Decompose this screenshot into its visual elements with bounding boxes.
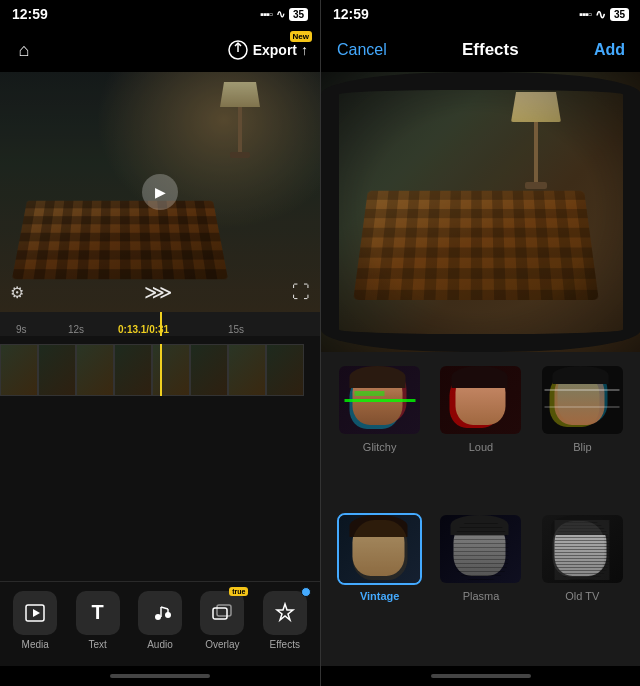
timeline-track[interactable] bbox=[0, 344, 320, 396]
effect-glitchy[interactable]: Glitchy bbox=[333, 364, 426, 505]
timeline-ruler: 9s 12s 0:13.1/0:31 15s bbox=[0, 312, 320, 336]
thumb-1 bbox=[0, 344, 38, 396]
right-status-right: ▪▪▪▫ ∿ 35 bbox=[579, 7, 629, 22]
export-label: Export bbox=[253, 42, 297, 58]
play-button[interactable]: ▶ bbox=[142, 174, 178, 210]
effect-plasma[interactable]: Plasma bbox=[434, 513, 527, 654]
battery-badge: 35 bbox=[289, 8, 308, 21]
effect-thumb-plasma[interactable] bbox=[438, 513, 523, 585]
right-home-bar bbox=[431, 674, 531, 678]
right-panel: 12:59 ▪▪▪▫ ∿ 35 Cancel Effects Add bbox=[321, 0, 640, 686]
ruler-mark-15s: 15s bbox=[228, 324, 244, 335]
tool-audio-icon-box[interactable] bbox=[138, 591, 182, 635]
blip-bar1 bbox=[545, 389, 620, 391]
left-top-toolbar: ⌂ New Export ↑ bbox=[0, 28, 320, 72]
effect-label-oldtv: Old TV bbox=[565, 590, 599, 602]
effect-vintage[interactable]: Vintage bbox=[333, 513, 426, 654]
timeline-cursor-track bbox=[160, 344, 162, 396]
overlay-new-badge: true bbox=[229, 587, 248, 596]
left-status-bar: 12:59 ▪▪▪▫ ∿ 35 bbox=[0, 0, 320, 28]
effect-blip[interactable]: Blip bbox=[536, 364, 629, 505]
thumb-6 bbox=[190, 344, 228, 396]
effects-icon bbox=[274, 602, 296, 624]
loud-bg bbox=[440, 366, 521, 434]
thumb-7 bbox=[228, 344, 266, 396]
tool-audio[interactable]: Audio bbox=[134, 591, 186, 650]
effect-label-plasma: Plasma bbox=[463, 590, 500, 602]
effect-loud[interactable]: Loud bbox=[434, 364, 527, 505]
settings-icon[interactable]: ⚙ bbox=[10, 283, 24, 302]
plasma-face bbox=[453, 520, 508, 580]
svg-marker-3 bbox=[33, 609, 40, 617]
effects-grid: Glitchy Loud bbox=[321, 352, 640, 666]
glitch-scanline bbox=[344, 399, 415, 402]
effect-thumb-blip[interactable] bbox=[540, 364, 625, 436]
fullscreen-icon[interactable]: ⛶ bbox=[292, 282, 310, 303]
thumb-5 bbox=[152, 344, 190, 396]
effects-title: Effects bbox=[462, 40, 519, 60]
home-bar bbox=[110, 674, 210, 678]
tool-text-label: Text bbox=[88, 639, 106, 650]
right-wifi-icon: ∿ bbox=[595, 7, 606, 22]
left-status-right: ▪▪▪▫ ∿ 35 bbox=[260, 8, 308, 21]
glitch-block bbox=[354, 391, 384, 396]
svg-rect-10 bbox=[217, 605, 231, 616]
svg-rect-9 bbox=[213, 608, 227, 619]
tool-overlay[interactable]: true Overlay bbox=[196, 591, 248, 650]
vintage-sepia bbox=[352, 520, 407, 580]
export-button[interactable]: New Export ↑ bbox=[227, 39, 308, 61]
tool-effects-label: Effects bbox=[270, 639, 300, 650]
oldtv-chroma bbox=[553, 521, 605, 577]
plasma-scanlines bbox=[453, 520, 508, 580]
home-button[interactable]: ⌂ bbox=[12, 38, 36, 62]
tool-text[interactable]: T Text bbox=[72, 591, 124, 650]
tool-media-label: Media bbox=[22, 639, 49, 650]
left-panel: 12:59 ▪▪▪▫ ∿ 35 ⌂ New Export ↑ bbox=[0, 0, 320, 686]
left-video-preview[interactable]: ▶ ⚙ ⋙ ⛶ bbox=[0, 72, 320, 312]
timeline-area[interactable]: 9s 12s 0:13.1/0:31 15s bbox=[0, 312, 320, 581]
forward-frames-icon[interactable]: ⋙ bbox=[144, 280, 172, 304]
vintage-face bbox=[352, 520, 407, 580]
effect-label-blip: Blip bbox=[573, 441, 591, 453]
tool-effects-icon-box[interactable] bbox=[263, 591, 307, 635]
audio-icon bbox=[149, 602, 171, 624]
effects-preview-inner bbox=[321, 72, 640, 352]
effect-thumb-loud[interactable] bbox=[438, 364, 523, 436]
overlay-icon bbox=[211, 602, 233, 624]
right-signal-icon: ▪▪▪▫ bbox=[579, 8, 591, 20]
tool-media[interactable]: Media bbox=[9, 591, 61, 650]
effect-label-glitchy: Glitchy bbox=[363, 441, 397, 453]
effect-thumb-vintage[interactable] bbox=[337, 513, 422, 585]
play-icon: ▶ bbox=[155, 184, 166, 200]
wifi-icon: ∿ bbox=[276, 8, 285, 21]
video-controls: ⚙ ⋙ ⛶ bbox=[0, 280, 320, 304]
tool-overlay-icon-box[interactable]: true bbox=[200, 591, 244, 635]
right-home-indicator bbox=[321, 666, 640, 686]
effect-thumb-oldtv[interactable] bbox=[540, 513, 625, 585]
effects-blue-dot bbox=[301, 587, 311, 597]
blip-face bbox=[555, 371, 610, 431]
export-circle-icon bbox=[227, 39, 249, 61]
oldtv-bg bbox=[542, 515, 623, 583]
effect-label-vintage: Vintage bbox=[360, 590, 400, 602]
plasma-bg bbox=[440, 515, 521, 583]
oldtv-face bbox=[555, 520, 610, 580]
effects-header: Cancel Effects Add bbox=[321, 28, 640, 72]
add-button[interactable]: Add bbox=[594, 41, 625, 59]
glitchy-bg bbox=[339, 366, 420, 434]
effect-thumb-glitchy[interactable] bbox=[337, 364, 422, 436]
lens-barrel bbox=[321, 72, 640, 352]
tool-effects[interactable]: Effects bbox=[259, 591, 311, 650]
effect-oldtv[interactable]: Old TV bbox=[536, 513, 629, 654]
thumb-4 bbox=[114, 344, 152, 396]
tool-text-icon-box[interactable]: T bbox=[76, 591, 120, 635]
bottom-toolbar: Media T Text Audio bbox=[0, 581, 320, 666]
right-time: 12:59 bbox=[333, 6, 369, 22]
effects-preview bbox=[321, 72, 640, 352]
cancel-button[interactable]: Cancel bbox=[337, 41, 387, 59]
right-battery-badge: 35 bbox=[610, 8, 629, 21]
svg-point-4 bbox=[155, 614, 161, 620]
loud-hair bbox=[451, 366, 507, 388]
ruler-mark-12s: 12s bbox=[68, 324, 84, 335]
tool-media-icon-box[interactable] bbox=[13, 591, 57, 635]
